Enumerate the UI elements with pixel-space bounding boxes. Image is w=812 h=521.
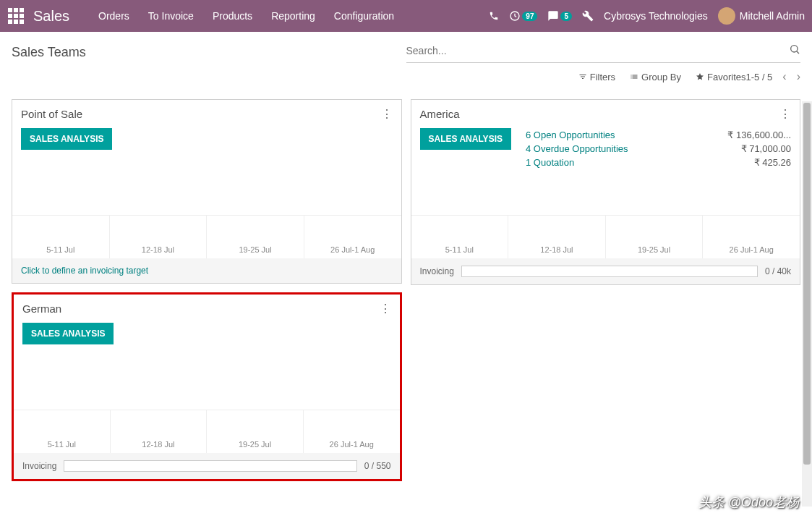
- nav-to-invoice[interactable]: To Invoice: [141, 6, 201, 26]
- nav-configuration[interactable]: Configuration: [327, 6, 401, 26]
- chart-cell: 12-18 Jul: [109, 216, 207, 258]
- chart-cell: 19-25 Jul: [206, 410, 303, 453]
- user-name: Mitchell Admin: [740, 10, 805, 22]
- chart-cell: 26 Jul-1 Aug: [304, 216, 401, 258]
- progress-bar[interactable]: [461, 266, 758, 277]
- nav-reporting[interactable]: Reporting: [264, 6, 322, 26]
- filter-controls: Filters Group By Favorites: [578, 72, 746, 82]
- pager-prev[interactable]: ‹: [782, 70, 786, 83]
- card-title[interactable]: America: [420, 108, 780, 120]
- app-brand: Sales: [33, 8, 69, 25]
- filter-bar: Filters Group By Favorites 1-5 / 5 ‹ ›: [0, 63, 812, 90]
- pager-text: 1-5 / 5: [745, 72, 772, 82]
- kebab-icon[interactable]: ⋮: [380, 302, 391, 315]
- invoicing-text: 0 / 550: [364, 461, 391, 471]
- activity-badge: 97: [522, 12, 537, 21]
- stat-open-opportunities[interactable]: 6 Open Opportunities: [526, 130, 728, 140]
- chart-cell: 19-25 Jul: [206, 216, 304, 258]
- kanban-content: Point of Sale ⋮ SALES ANALYSIS 5-11 Jul …: [0, 90, 812, 496]
- avatar: [718, 7, 735, 25]
- groupby-button[interactable]: Group By: [630, 72, 681, 82]
- stat-value: ₹ 71,000.00: [741, 143, 791, 154]
- invoicing-text: 0 / 40k: [765, 266, 791, 276]
- pager: 1-5 / 5 ‹ ›: [745, 70, 800, 83]
- stat-overdue-opportunities[interactable]: 4 Overdue Opportunities: [526, 143, 741, 154]
- invoicing-target-link[interactable]: Click to define an invoicing target: [12, 258, 401, 283]
- control-bar: Sales Teams: [0, 32, 812, 63]
- discuss-badge: 5: [560, 12, 572, 21]
- discuss-icon[interactable]: 5: [547, 10, 572, 22]
- chart-cell: 12-18 Jul: [110, 410, 207, 453]
- kebab-icon[interactable]: ⋮: [779, 107, 791, 121]
- user-menu[interactable]: Mitchell Admin: [718, 7, 805, 25]
- team-card-german: German ⋮ SALES ANALYSIS 5-11 Jul 12-18 J…: [12, 292, 402, 481]
- search-input[interactable]: [406, 43, 790, 58]
- sales-analysis-button[interactable]: SALES ANALYSIS: [420, 128, 511, 150]
- invoicing-footer: Invoicing 0 / 40k: [411, 258, 800, 284]
- sales-analysis-button[interactable]: SALES ANALYSIS: [22, 323, 114, 344]
- chart-cell: 26 Jul-1 Aug: [702, 216, 800, 258]
- bar-chart: 5-11 Jul 12-18 Jul 19-25 Jul 26 Jul-1 Au…: [411, 215, 800, 258]
- debug-icon[interactable]: [582, 10, 594, 22]
- chart-cell: 19-25 Jul: [605, 216, 703, 258]
- topbar-right: 97 5 Cybrosys Technologies Mitchell Admi…: [489, 7, 805, 25]
- stat-value: ₹ 425.26: [754, 157, 791, 168]
- watermark: 头条 @Odoo老杨: [698, 494, 799, 511]
- search-box: [406, 39, 801, 63]
- nav-orders[interactable]: Orders: [91, 6, 137, 26]
- kebab-icon[interactable]: ⋮: [381, 107, 393, 121]
- stat-value: ₹ 136,600.00...: [727, 130, 791, 140]
- invoicing-label: Invoicing: [420, 266, 454, 276]
- company-selector[interactable]: Cybrosys Technologies: [604, 10, 708, 22]
- phone-icon[interactable]: [489, 11, 499, 21]
- filters-button[interactable]: Filters: [578, 72, 615, 82]
- search-icon[interactable]: [789, 43, 800, 58]
- stats-list: 6 Open Opportunities₹ 136,600.00... 4 Ov…: [526, 128, 791, 209]
- invoicing-footer: Invoicing 0 / 550: [14, 453, 400, 479]
- invoicing-label: Invoicing: [22, 461, 56, 471]
- scrollbar-thumb[interactable]: [803, 103, 811, 465]
- stat-quotation[interactable]: 1 Quotation: [526, 157, 754, 168]
- bar-chart: 5-11 Jul 12-18 Jul 19-25 Jul 26 Jul-1 Au…: [14, 410, 400, 453]
- progress-bar[interactable]: [64, 460, 356, 472]
- card-title[interactable]: German: [22, 302, 380, 315]
- chart-cell: 5-11 Jul: [411, 216, 508, 258]
- card-title[interactable]: Point of Sale: [21, 108, 381, 120]
- pager-next[interactable]: ›: [797, 70, 800, 83]
- scrollbar[interactable]: [802, 101, 812, 507]
- sales-analysis-button[interactable]: SALES ANALYSIS: [21, 128, 112, 150]
- apps-icon[interactable]: [7, 7, 25, 25]
- favorites-button[interactable]: Favorites: [696, 72, 745, 82]
- team-card-america: America ⋮ SALES ANALYSIS 6 Open Opportun…: [411, 99, 801, 285]
- chart-cell: 12-18 Jul: [508, 216, 605, 258]
- topbar: Sales Orders To Invoice Products Reporti…: [0, 0, 812, 32]
- nav-products[interactable]: Products: [205, 6, 260, 26]
- chart-cell: 5-11 Jul: [12, 216, 109, 258]
- bar-chart: 5-11 Jul 12-18 Jul 19-25 Jul 26 Jul-1 Au…: [12, 215, 401, 258]
- chart-cell: 5-11 Jul: [14, 410, 110, 453]
- team-card-pos: Point of Sale ⋮ SALES ANALYSIS 5-11 Jul …: [12, 99, 402, 284]
- page-title: Sales Teams: [12, 39, 406, 63]
- activity-icon[interactable]: 97: [509, 10, 537, 22]
- svg-point-1: [791, 46, 798, 52]
- nav-links: Orders To Invoice Products Reporting Con…: [91, 6, 401, 26]
- chart-cell: 26 Jul-1 Aug: [303, 410, 400, 453]
